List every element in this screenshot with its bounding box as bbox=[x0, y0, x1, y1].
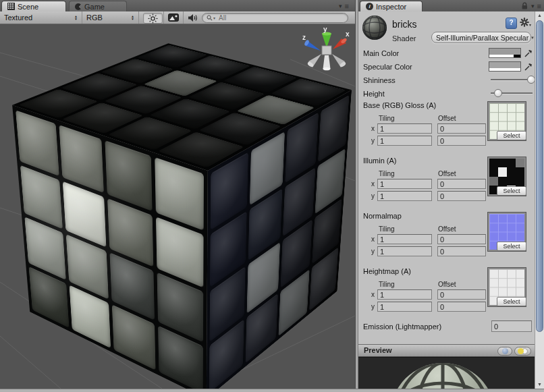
gear-icon bbox=[520, 18, 529, 27]
emission-field[interactable] bbox=[491, 320, 532, 332]
inspector-scrollbar[interactable]: ▲ ▼ bbox=[535, 11, 544, 389]
search-filter-caret-icon[interactable]: ▾ bbox=[213, 16, 215, 20]
caret-down-icon: ▾ bbox=[531, 3, 535, 9]
help-icon[interactable]: ? bbox=[506, 18, 517, 29]
main-color-alpha-fill bbox=[489, 55, 514, 57]
inspector-panel-menu[interactable]: ▾ ≡ bbox=[531, 2, 542, 10]
scene-search-box[interactable]: ▾ bbox=[202, 13, 348, 23]
gizmo-z-label: z bbox=[302, 34, 306, 41]
y-row-label: y bbox=[371, 248, 375, 255]
eyedropper-icon[interactable] bbox=[524, 48, 533, 58]
shininess-slider[interactable] bbox=[491, 75, 533, 84]
offset-y-field[interactable] bbox=[437, 246, 486, 256]
tiling-x-field[interactable] bbox=[377, 179, 432, 189]
scene-grid-icon bbox=[7, 3, 15, 10]
scene-skybox-toggle[interactable] bbox=[166, 13, 181, 22]
updown-arrows-icon: ▲▼ bbox=[74, 15, 78, 20]
scroll-down-icon[interactable]: ▼ bbox=[535, 382, 544, 387]
inspector-tabstrip: i Inspector ▾ ≡ bbox=[358, 0, 544, 11]
shader-dropdown[interactable]: Self-Illumin/Parallax Specular ▾ bbox=[431, 32, 531, 43]
slider-track bbox=[491, 79, 533, 81]
offset-y-field[interactable] bbox=[437, 136, 486, 146]
offset-x-field[interactable] bbox=[437, 179, 486, 189]
tiling-y-field[interactable] bbox=[377, 191, 432, 201]
texture-section-normalmap: Normalmap Tiling Offset x y Select bbox=[358, 212, 535, 264]
sphere-icon bbox=[502, 348, 508, 354]
cube-object[interactable] bbox=[97, 72, 286, 340]
scene-audio-toggle[interactable] bbox=[185, 13, 201, 22]
offset-label: Offset bbox=[438, 225, 456, 233]
lock-icon[interactable] bbox=[520, 2, 529, 10]
emission-label: Emission (Lightmapper) bbox=[363, 323, 441, 331]
eyedropper-icon[interactable] bbox=[524, 61, 533, 72]
tiling-label: Tiling bbox=[379, 281, 395, 288]
scene-orientation-gizmo[interactable]: y x z bbox=[302, 26, 351, 78]
texture-label: Heightmap (A) bbox=[363, 267, 411, 275]
menu-icon: ≡ bbox=[345, 2, 350, 10]
tiling-y-field[interactable] bbox=[377, 302, 432, 312]
main-color-label: Main Color bbox=[363, 49, 399, 57]
search-input[interactable] bbox=[217, 13, 328, 22]
main-color-swatch[interactable] bbox=[489, 48, 521, 58]
scene-viewport[interactable]: y x z bbox=[0, 24, 355, 389]
scene-3d-area bbox=[0, 24, 355, 389]
texture-label: Illumin (A) bbox=[363, 157, 397, 165]
settings-menu-button[interactable]: ▾ bbox=[520, 18, 531, 27]
updown-arrows-icon: ▲▼ bbox=[131, 15, 134, 20]
preview-lighting-button[interactable] bbox=[514, 347, 531, 356]
info-icon: i bbox=[366, 3, 373, 10]
preview-sphere bbox=[358, 358, 535, 389]
gizmo-y-label: y bbox=[323, 26, 327, 33]
material-sphere-icon bbox=[361, 14, 388, 41]
select-texture-button[interactable]: Select bbox=[497, 186, 526, 196]
scene-panel-menu[interactable]: ▾ ≡ bbox=[339, 2, 350, 10]
caret-down-icon: ▾ bbox=[529, 22, 531, 27]
preview-header[interactable]: Preview bbox=[358, 344, 535, 357]
tiling-x-field[interactable] bbox=[377, 123, 432, 134]
tiling-label: Tiling bbox=[379, 225, 395, 233]
offset-x-field[interactable] bbox=[437, 289, 486, 300]
height-label: Height bbox=[363, 90, 385, 98]
offset-y-field[interactable] bbox=[437, 191, 486, 201]
height-slider-knob[interactable] bbox=[494, 89, 502, 97]
render-mode-dropdown[interactable]: Textured ▲▼ bbox=[0, 11, 82, 24]
menu-icon: ≡ bbox=[537, 2, 542, 10]
tiling-y-field[interactable] bbox=[377, 246, 432, 256]
specular-color-alpha bbox=[489, 68, 520, 71]
shader-label: Shader bbox=[392, 34, 416, 43]
preview-title: Preview bbox=[364, 346, 392, 354]
tab-scene[interactable]: Scene bbox=[1, 1, 66, 11]
gizmo-negative-axis-cone[interactable] bbox=[323, 55, 331, 69]
texture-section-base-gloss: Base (RGB) Gloss (A) Tiling Offset x y S… bbox=[358, 101, 535, 154]
texture-label: Normalmap bbox=[363, 212, 402, 220]
select-texture-button[interactable]: Select bbox=[497, 131, 526, 140]
tiling-y-field[interactable] bbox=[377, 136, 432, 146]
specular-color-swatch[interactable] bbox=[489, 61, 521, 72]
texture-section-heightmap: Heightmap (A) Tiling Offset x y Select bbox=[358, 267, 535, 320]
gizmo-center-cube[interactable] bbox=[322, 46, 331, 55]
tab-game-label: Game bbox=[84, 3, 105, 11]
scrollbar-thumb[interactable] bbox=[536, 20, 543, 332]
scene-tabstrip: Scene Game ▾ ≡ bbox=[0, 0, 355, 11]
tiling-x-field[interactable] bbox=[377, 289, 432, 300]
material-preview-area[interactable] bbox=[358, 357, 535, 389]
color-channel-dropdown[interactable]: RGB ▲▼ bbox=[82, 11, 139, 24]
height-slider[interactable] bbox=[491, 88, 533, 98]
select-texture-button[interactable]: Select bbox=[497, 297, 526, 306]
color-channel-value: RGB bbox=[86, 13, 103, 22]
offset-label: Offset bbox=[438, 281, 456, 288]
tiling-x-field[interactable] bbox=[377, 234, 432, 244]
image-icon bbox=[168, 13, 179, 22]
offset-x-field[interactable] bbox=[437, 123, 486, 134]
inspector-body: bricks Shader Self-Illumin/Parallax Spec… bbox=[358, 11, 535, 389]
offset-x-field[interactable] bbox=[437, 234, 486, 244]
scroll-up-icon[interactable]: ▲ bbox=[535, 13, 544, 18]
tab-game[interactable]: Game bbox=[69, 1, 127, 11]
y-row-label: y bbox=[371, 192, 375, 200]
scene-lighting-toggle[interactable] bbox=[143, 13, 163, 24]
offset-y-field[interactable] bbox=[437, 302, 486, 312]
preview-mesh-button[interactable] bbox=[497, 347, 512, 356]
select-texture-button[interactable]: Select bbox=[497, 242, 526, 251]
caret-down-icon: ▾ bbox=[339, 3, 343, 9]
tab-inspector[interactable]: i Inspector bbox=[360, 1, 423, 11]
